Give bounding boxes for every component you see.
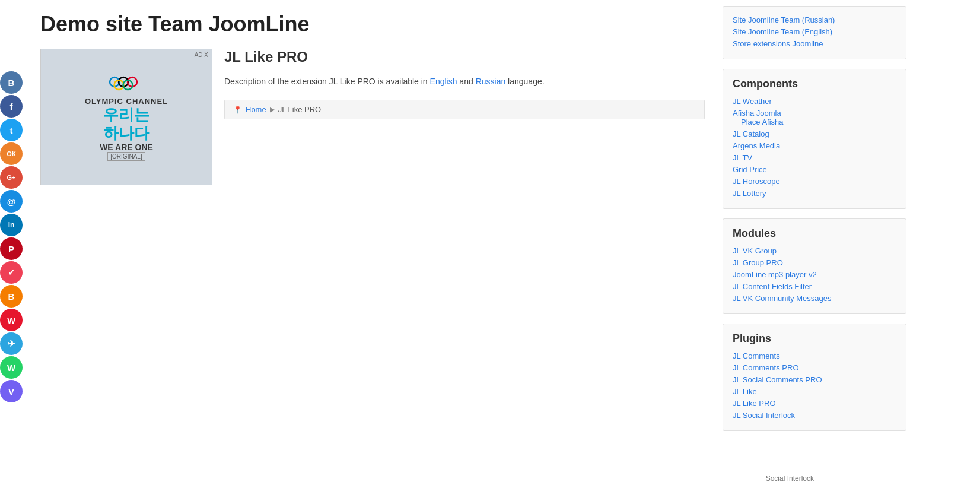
plugin-social-interlock: JL Social Interlock: [733, 410, 896, 420]
comp-afisha: Afisha Joomla Place Afisha: [733, 108, 896, 126]
content-row: AD X OLYMPIC CHANNEL 우: [40, 49, 705, 185]
ad-inner: OLYMPIC CHANNEL 우리는 하나다 WE ARE ONE [ORIG…: [41, 49, 212, 185]
mod-vkcommunity: JL VK Community Messages: [733, 293, 896, 303]
plugin-social-comments: JL Social Comments PRO: [733, 375, 896, 384]
components-box: Components JL Weather Afisha Joomla Plac…: [723, 69, 906, 209]
site-title: Demo site Team JoomLine: [40, 12, 705, 37]
blogger-button[interactable]: B: [0, 285, 23, 308]
comp-argens: Argens Media: [733, 141, 896, 150]
jl-like-link[interactable]: JL Like: [733, 387, 757, 396]
location-icon: 📍: [233, 106, 242, 114]
desc-middle: and: [457, 77, 475, 86]
plugins-list: JL Comments JL Comments PRO JL Social Co…: [733, 351, 896, 420]
mod-contentfields: JL Content Fields Filter: [733, 281, 896, 291]
ad-label: AD X: [195, 52, 208, 58]
telegram-button[interactable]: ✈: [0, 332, 23, 355]
twitter-button[interactable]: t: [0, 119, 23, 141]
jl-vk-community-link[interactable]: JL VK Community Messages: [733, 294, 831, 303]
pinterest-button[interactable]: P: [0, 237, 23, 260]
jl-group-pro-link[interactable]: JL Group PRO: [733, 258, 783, 267]
modules-list: JL VK Group JL Group PRO JoomLine mp3 pl…: [733, 246, 896, 303]
jl-catalog-link[interactable]: JL Catalog: [733, 129, 769, 138]
top-link-item-3: Store extensions Joomline: [733, 39, 896, 48]
jl-lottery-link[interactable]: JL Lottery: [733, 189, 766, 198]
article-description: Description of the extension JL Like PRO…: [224, 75, 705, 88]
modules-title: Modules: [733, 227, 896, 240]
jl-vk-group-link[interactable]: JL VK Group: [733, 246, 777, 255]
top-links-list: Site Joomline Team (Russian) Site Joomli…: [733, 15, 896, 48]
plugin-comments: JL Comments: [733, 351, 896, 360]
components-title: Components: [733, 78, 896, 90]
odnoklassniki-button[interactable]: ОК: [0, 142, 23, 165]
top-link-item-1: Site Joomline Team (Russian): [733, 15, 896, 24]
russian-link[interactable]: Russian: [476, 77, 506, 86]
korean-text: 우리는 하나다: [103, 106, 149, 142]
korean-line1: 우리는: [103, 106, 149, 123]
breadcrumb-current: JL Like PRO: [278, 105, 322, 114]
store-extensions-link[interactable]: Store extensions Joomline: [733, 39, 823, 48]
article-title: JL Like PRO: [224, 49, 705, 65]
plugin-comments-pro: JL Comments PRO: [733, 363, 896, 372]
place-afisha-link[interactable]: Place Afisha: [741, 118, 784, 126]
english-link[interactable]: English: [430, 77, 457, 86]
jl-content-fields-link[interactable]: JL Content Fields Filter: [733, 282, 812, 291]
ad-block: AD X OLYMPIC CHANNEL 우: [40, 49, 212, 185]
modules-box: Modules JL VK Group JL Group PRO JoomLin…: [723, 218, 906, 314]
right-sidebar: Site Joomline Team (Russian) Site Joomli…: [717, 0, 906, 485]
jl-comments-pro-link[interactable]: JL Comments PRO: [733, 363, 799, 372]
linkedin-button[interactable]: in: [0, 214, 23, 236]
pocket-button[interactable]: ✓: [0, 261, 23, 284]
comp-horoscope: JL Horoscope: [733, 176, 896, 186]
jl-social-comments-link[interactable]: JL Social Comments PRO: [733, 375, 822, 384]
mail-button[interactable]: @: [0, 190, 23, 213]
footer-social-text: Social Interlock: [766, 474, 814, 483]
breadcrumb-separator: ▶: [270, 106, 275, 113]
vk-button[interactable]: В: [0, 71, 23, 94]
comp-lottery: JL Lottery: [733, 188, 896, 198]
site-russian-link[interactable]: Site Joomline Team (Russian): [733, 15, 835, 24]
weibo-button[interactable]: W: [0, 309, 23, 331]
plugin-like: JL Like: [733, 386, 896, 396]
googleplus-button[interactable]: G+: [0, 166, 23, 189]
main-area: Demo site Team JoomLine AD X: [28, 0, 717, 485]
mod-vkgroup: JL VK Group: [733, 246, 896, 255]
we-are-one-text: WE ARE ONE: [100, 142, 153, 152]
top-links-box: Site Joomline Team (Russian) Site Joomli…: [723, 6, 906, 59]
comp-catalog: JL Catalog: [733, 129, 896, 138]
korean-line2: 하나다: [103, 124, 149, 142]
jl-tv-link[interactable]: JL TV: [733, 153, 752, 162]
joomline-mp3-link[interactable]: JoomLine mp3 player v2: [733, 270, 817, 279]
desc-after: language.: [505, 77, 544, 86]
comp-tv: JL TV: [733, 153, 896, 162]
mod-grouppro: JL Group PRO: [733, 258, 896, 267]
desc-before: Description of the extension JL Like PRO…: [224, 77, 430, 86]
olympic-channel-text: OLYMPIC CHANNEL: [85, 97, 168, 106]
social-sidebar: В f t ОК G+ @ in P ✓ B W ✈ W V: [0, 71, 23, 402]
grid-price-link[interactable]: Grid Price: [733, 165, 767, 174]
jl-like-pro-link[interactable]: JL Like PRO: [733, 399, 776, 408]
social-interlock-label: Social Interlock: [766, 474, 814, 483]
afisha-joomla-link[interactable]: Afisha Joomla: [733, 109, 781, 118]
site-english-link[interactable]: Site Joomline Team (English): [733, 27, 832, 36]
viber-button[interactable]: V: [0, 380, 23, 402]
components-list: JL Weather Afisha Joomla Place Afisha JL…: [733, 96, 896, 198]
breadcrumb-home[interactable]: Home: [246, 105, 266, 114]
facebook-button[interactable]: f: [0, 95, 23, 118]
mod-mp3player: JoomLine mp3 player v2: [733, 270, 896, 279]
plugins-box: Plugins JL Comments JL Comments PRO JL S…: [723, 324, 906, 431]
jl-social-interlock-link[interactable]: JL Social Interlock: [733, 411, 795, 420]
place-afisha-subitem: Place Afisha: [741, 118, 896, 126]
jl-weather-link[interactable]: JL Weather: [733, 97, 772, 106]
article-block: JL Like PRO Description of the extension…: [224, 49, 705, 119]
breadcrumb: 📍 Home ▶ JL Like PRO: [224, 100, 705, 119]
jl-horoscope-link[interactable]: JL Horoscope: [733, 177, 780, 186]
comp-gridprice: Grid Price: [733, 164, 896, 174]
original-tag: [ORIGINAL]: [107, 152, 145, 161]
top-link-item-2: Site Joomline Team (English): [733, 27, 896, 36]
plugin-like-pro: JL Like PRO: [733, 398, 896, 408]
argens-media-link[interactable]: Argens Media: [733, 141, 780, 150]
comp-weather: JL Weather: [733, 96, 896, 106]
jl-comments-link[interactable]: JL Comments: [733, 351, 780, 360]
plugins-title: Plugins: [733, 332, 896, 345]
whatsapp-button[interactable]: W: [0, 356, 23, 379]
